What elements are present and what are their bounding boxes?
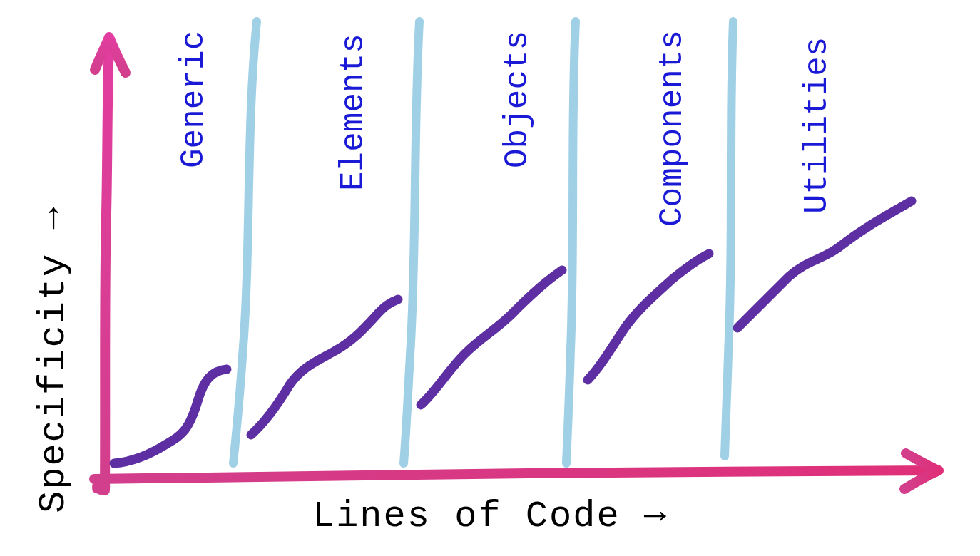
curve-components bbox=[588, 254, 709, 380]
y-axis-arrow bbox=[95, 37, 126, 490]
specificity-graph bbox=[0, 0, 980, 556]
divider-3 bbox=[566, 21, 576, 463]
curve-elements bbox=[251, 299, 398, 435]
curve-utilities bbox=[737, 201, 912, 328]
curve-generic bbox=[114, 369, 227, 463]
x-axis-arrow bbox=[94, 453, 939, 489]
curve-objects bbox=[421, 270, 562, 405]
divider-2 bbox=[404, 21, 419, 463]
divider-4 bbox=[725, 21, 733, 456]
divider-1 bbox=[233, 21, 257, 463]
section-dividers bbox=[233, 21, 733, 463]
